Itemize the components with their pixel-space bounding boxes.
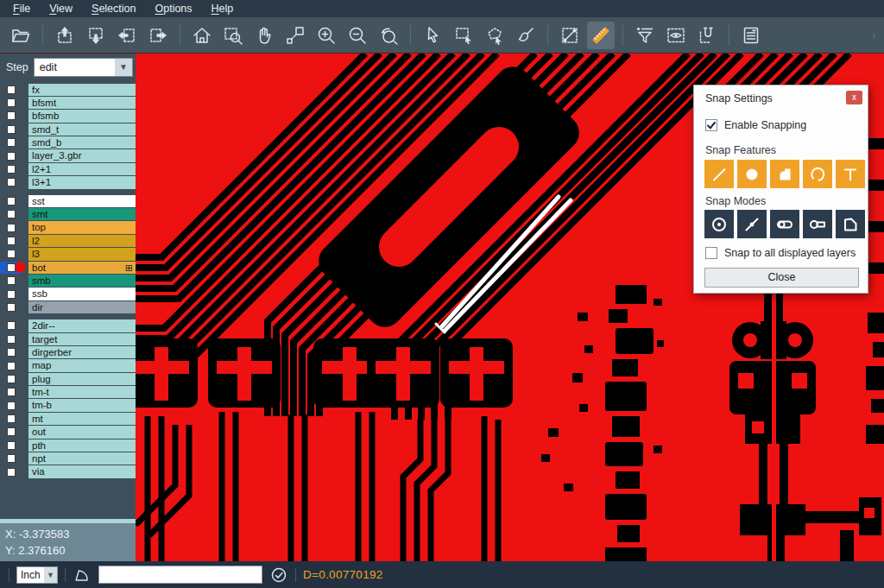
- layer-name[interactable]: npt: [28, 452, 136, 465]
- layer-row-pth[interactable]: pth: [0, 439, 136, 452]
- layer-name[interactable]: 2dir--: [28, 319, 136, 332]
- layer-visibility-checkbox[interactable]: [0, 84, 22, 96]
- layer-visibility-checkbox[interactable]: [0, 288, 22, 300]
- report-button[interactable]: [737, 22, 765, 49]
- layer-row-dir[interactable]: dir: [0, 300, 136, 313]
- layer-name[interactable]: out: [28, 426, 136, 438]
- layer-name[interactable]: smd_t: [28, 123, 136, 136]
- layer-row-target[interactable]: target: [0, 332, 136, 345]
- menu-help[interactable]: Help: [202, 1, 243, 16]
- unit-select[interactable]: Inch ▼: [16, 566, 58, 584]
- layer-row-top[interactable]: top: [0, 221, 136, 234]
- layer-row-smb[interactable]: smb: [0, 274, 136, 287]
- chevron-down-icon[interactable]: ▼: [44, 567, 57, 583]
- step-select[interactable]: edit ▼: [34, 58, 133, 77]
- snap-feature-line-button[interactable]: [704, 160, 734, 188]
- layer-name[interactable]: tm-b: [28, 399, 136, 411]
- layer-row-smd_t[interactable]: smd_t: [0, 123, 136, 136]
- move-left-button[interactable]: [113, 22, 141, 49]
- layer-name[interactable]: bfsmb: [28, 110, 136, 122]
- layer-visibility-checkbox[interactable]: [0, 426, 22, 438]
- layer-visibility-checkbox[interactable]: [0, 333, 22, 345]
- dialog-close-button[interactable]: x: [846, 91, 862, 104]
- snap-feature-arc-button[interactable]: [803, 160, 832, 188]
- snap-feature-pad-button[interactable]: [737, 160, 767, 188]
- layer-visibility-checkbox[interactable]: [0, 195, 22, 207]
- layer-name[interactable]: pth: [28, 439, 136, 452]
- layer-visibility-checkbox[interactable]: [0, 360, 22, 372]
- layer-visibility-checkbox[interactable]: [0, 235, 22, 247]
- layer-row-2dir--[interactable]: 2dir--: [0, 319, 136, 332]
- enable-snapping-checkbox[interactable]: [705, 119, 717, 131]
- menu-file[interactable]: File: [3, 1, 40, 16]
- snap-feature-surface-button[interactable]: [770, 160, 799, 188]
- view-area-button[interactable]: [662, 22, 690, 49]
- layer-visibility-checkbox[interactable]: [0, 439, 22, 452]
- layer-visibility-checkbox[interactable]: [0, 413, 22, 425]
- layer-name[interactable]: sst: [28, 195, 136, 207]
- zoom-out-button[interactable]: [344, 22, 371, 49]
- layer-row-smt[interactable]: smt: [0, 208, 136, 221]
- layer-row-bfsmb[interactable]: bfsmb: [0, 110, 136, 123]
- menu-view[interactable]: View: [40, 1, 82, 16]
- snap-mode-contour-button[interactable]: [836, 210, 865, 238]
- snap-mode-slot-start-button[interactable]: [770, 210, 799, 238]
- layer-name[interactable]: ssb: [28, 288, 136, 300]
- layer-visibility-checkbox[interactable]: [0, 97, 22, 109]
- snap-button[interactable]: [693, 22, 721, 49]
- move-down-button[interactable]: [82, 22, 110, 49]
- layer-name[interactable]: via: [28, 465, 136, 477]
- layer-row-plug[interactable]: plug: [0, 372, 136, 385]
- layer-row-tm-b[interactable]: tm-b: [0, 399, 136, 412]
- layer-row-map[interactable]: map: [0, 359, 136, 372]
- layer-name[interactable]: smb: [28, 275, 136, 287]
- move-right-button[interactable]: [144, 22, 172, 49]
- home-view-button[interactable]: [188, 22, 216, 49]
- layer-row-dirgerber[interactable]: dirgerber: [0, 345, 136, 358]
- layer-visibility-checkbox[interactable]: [0, 400, 22, 412]
- measure-point-button[interactable]: [556, 22, 584, 49]
- select-rectangle-button[interactable]: [450, 22, 477, 49]
- layer-name[interactable]: smd_b: [28, 136, 136, 149]
- open-button[interactable]: [7, 22, 35, 49]
- command-input[interactable]: [98, 566, 262, 584]
- menu-selection[interactable]: Selection: [82, 1, 145, 16]
- layer-row-sst[interactable]: sst: [0, 194, 136, 207]
- all-layers-checkbox[interactable]: [705, 247, 717, 259]
- layer-visibility-checkbox[interactable]: [0, 301, 22, 313]
- zoom-in-button[interactable]: [313, 22, 340, 49]
- layer-name[interactable]: l3+1: [28, 176, 136, 188]
- layer-visibility-checkbox[interactable]: [0, 466, 22, 478]
- move-up-button[interactable]: [51, 22, 79, 49]
- zoom-object-button[interactable]: [281, 22, 309, 49]
- filter-button[interactable]: [631, 22, 659, 49]
- layer-visibility-checkbox[interactable]: [0, 136, 22, 149]
- dialog-close-action-button[interactable]: Close: [704, 268, 859, 288]
- layer-visibility-checkbox[interactable]: [0, 275, 22, 287]
- measure-ruler-button[interactable]: [587, 22, 615, 49]
- layer-visibility-checkbox[interactable]: [0, 386, 22, 398]
- layer-name[interactable]: bfsmt: [28, 97, 136, 109]
- layer-visibility-checkbox[interactable]: [0, 176, 22, 188]
- select-polygon-button[interactable]: [481, 22, 508, 49]
- brush-button[interactable]: [512, 22, 540, 49]
- snap-feature-text-button[interactable]: [836, 160, 865, 188]
- layer-row-layer_3.gbr[interactable]: layer_3.gbr: [0, 149, 136, 162]
- layer-visibility-checkbox[interactable]: [0, 163, 22, 175]
- layer-visibility-checkbox[interactable]: [0, 346, 22, 358]
- layer-visibility-checkbox[interactable]: [0, 373, 22, 385]
- chevron-down-icon[interactable]: ▼: [115, 59, 132, 76]
- layer-row-l2+1[interactable]: l2+1: [0, 162, 136, 175]
- layer-name[interactable]: layer_3.gbr: [28, 149, 136, 161]
- menu-options[interactable]: Options: [145, 1, 201, 16]
- zoom-previous-button[interactable]: [375, 22, 402, 49]
- layer-name[interactable]: plug: [28, 373, 136, 385]
- layer-row-out[interactable]: out: [0, 426, 136, 439]
- snap-mode-center-button[interactable]: [704, 210, 734, 238]
- layer-name[interactable]: smt: [28, 208, 136, 220]
- apply-check-icon[interactable]: [269, 566, 288, 585]
- layer-name[interactable]: l2+1: [28, 163, 136, 175]
- layer-row-bot[interactable]: bot⊞: [0, 261, 136, 274]
- layer-name[interactable]: l2: [28, 235, 136, 247]
- layer-name[interactable]: mt: [28, 413, 136, 425]
